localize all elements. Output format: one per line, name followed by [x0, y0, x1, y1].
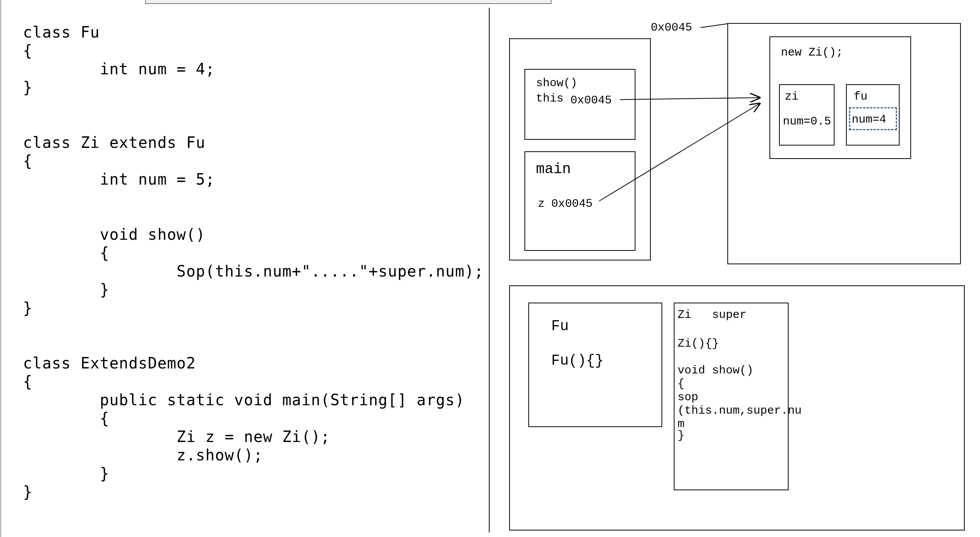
- method-zi-line6: (this.num,super.nu: [678, 404, 802, 417]
- heap-address-label: 0x0045: [651, 21, 692, 34]
- vertical-divider: [489, 8, 490, 532]
- heap-zi-label: zi: [785, 90, 799, 103]
- left-edge: [0, 0, 1, 537]
- heap-fu-label: fu: [854, 90, 867, 103]
- method-zi-line7: m: [678, 417, 684, 431]
- main-z-label: z: [538, 197, 545, 210]
- show-this-label: this: [536, 92, 564, 105]
- main-label: main: [536, 161, 571, 177]
- svg-line-0: [701, 24, 727, 28]
- source-code: class Fu { int num = 4; } class Zi exten…: [23, 23, 484, 501]
- method-zi-line5: sop: [678, 391, 698, 404]
- method-zi-line8: }: [678, 429, 684, 442]
- method-fu-ctor: Fu(){}: [551, 352, 604, 369]
- heap-object-title: new Zi();: [781, 46, 843, 59]
- show-this-value: 0x0045: [570, 94, 612, 107]
- method-fu-title: Fu: [551, 318, 569, 334]
- show-label: show(): [536, 77, 577, 90]
- main-z-value: 0x0045: [551, 197, 593, 210]
- heap-zi-field: num=0.5: [783, 115, 831, 128]
- method-zi-line3: void show(): [678, 364, 753, 377]
- heap-fu-field: num=4: [852, 113, 886, 126]
- top-toolbar-fragment: [145, 0, 551, 4]
- method-zi-line4: {: [678, 377, 684, 390]
- method-zi-line1: Zi super: [678, 308, 746, 321]
- method-zi-line2: Zi(){}: [678, 337, 719, 350]
